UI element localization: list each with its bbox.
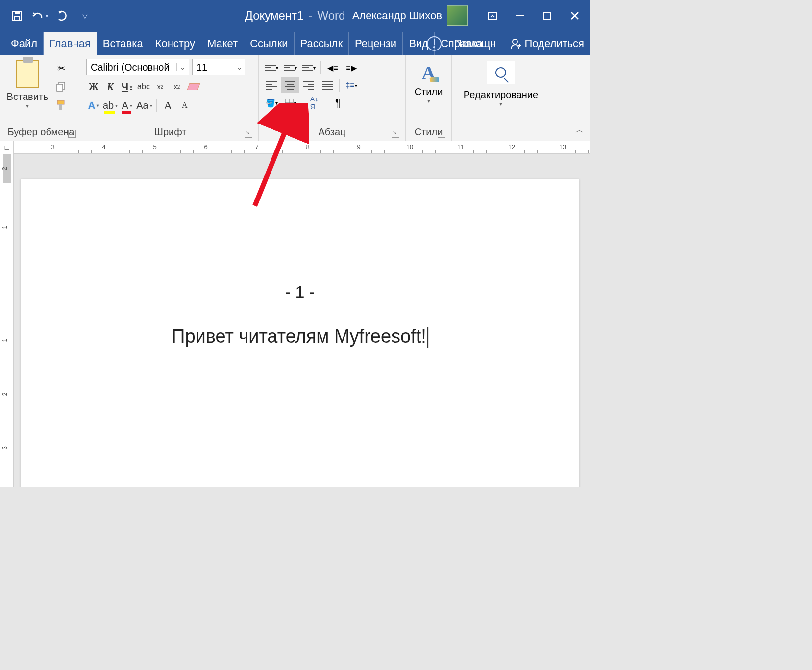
share-button[interactable]: Поделиться xyxy=(509,37,584,50)
svg-point-8 xyxy=(513,39,517,44)
align-center-button[interactable] xyxy=(281,77,299,93)
search-icon xyxy=(495,67,506,78)
font-name-input[interactable] xyxy=(87,62,176,73)
shrink-font-button[interactable]: A xyxy=(177,98,192,113)
eraser-icon xyxy=(187,83,200,90)
page-header-text[interactable]: - 1 - xyxy=(21,179,579,301)
chevron-down-icon: ▾ xyxy=(499,100,502,107)
font-size-input[interactable] xyxy=(193,62,234,73)
format-painter-button[interactable] xyxy=(54,98,69,113)
align-center-icon xyxy=(285,81,295,90)
collapse-ribbon-button[interactable]: ︿ xyxy=(575,124,584,136)
group-styles: A Стили ▾ Стили xyxy=(406,55,452,141)
justify-button[interactable] xyxy=(319,77,336,93)
styles-icon: A xyxy=(422,62,435,83)
svg-rect-2 xyxy=(15,16,20,20)
borders-button[interactable]: ▾ xyxy=(281,95,299,111)
close-icon xyxy=(570,11,580,21)
save-button[interactable] xyxy=(9,7,25,24)
numbering-button[interactable]: ▾ xyxy=(281,60,299,75)
tab-design[interactable]: Констру xyxy=(149,32,201,55)
find-icon-box xyxy=(487,61,515,84)
ribbon-options-icon xyxy=(487,11,498,20)
tab-file[interactable]: Файл xyxy=(0,32,44,55)
minimize-button[interactable] xyxy=(509,6,531,25)
decrease-indent-button[interactable]: ◀≡ xyxy=(324,60,342,75)
text-effects-button[interactable]: A▾ xyxy=(86,98,101,113)
qat-customize-button[interactable]: ▽ xyxy=(76,7,93,24)
group-caption-font: Шрифт xyxy=(86,124,254,141)
chevron-down-icon[interactable]: ⌄ xyxy=(176,63,189,71)
sort-button[interactable]: А↓Я xyxy=(305,95,323,111)
borders-icon xyxy=(284,98,294,108)
tab-home[interactable]: Главная xyxy=(44,32,97,55)
page-body-text[interactable]: Привет читателям Myfreesoft! xyxy=(172,326,428,348)
styles-button[interactable]: A Стили ▾ xyxy=(410,58,447,124)
cut-button[interactable]: ✂ xyxy=(54,61,69,75)
pilcrow-icon: ¶ xyxy=(335,97,341,109)
font-color-button[interactable]: A▾ xyxy=(120,98,134,113)
close-button[interactable] xyxy=(564,6,586,25)
maximize-icon xyxy=(542,11,552,21)
increase-indent-button[interactable]: ≡▶ xyxy=(343,60,360,75)
horizontal-ruler[interactable]: ∟ 345678910111213 xyxy=(0,141,590,154)
editing-button[interactable]: Редактирование ▾ xyxy=(456,58,546,124)
copy-button[interactable] xyxy=(54,79,69,94)
font-size-combo[interactable]: ⌄ xyxy=(192,59,245,75)
show-marks-button[interactable]: ¶ xyxy=(329,95,347,111)
paste-button[interactable]: Вставить ▾ xyxy=(4,58,51,124)
tab-layout[interactable]: Макет xyxy=(201,32,244,55)
dialog-launcher[interactable] xyxy=(438,130,445,138)
group-caption-clipboard: Буфер обмена xyxy=(4,124,78,141)
align-left-icon xyxy=(266,81,277,90)
undo-button[interactable]: ▾ xyxy=(31,7,48,24)
save-icon xyxy=(11,10,23,22)
italic-button[interactable]: К xyxy=(103,79,118,94)
clear-formatting-button[interactable] xyxy=(186,79,201,94)
tab-selector[interactable]: ∟ xyxy=(0,141,14,154)
vertical-ruler[interactable]: 21123 xyxy=(0,154,14,487)
grow-font-button[interactable]: A xyxy=(161,98,175,113)
ribbon-options-button[interactable] xyxy=(481,6,504,25)
redo-button[interactable] xyxy=(54,7,71,24)
svg-rect-12 xyxy=(57,84,63,91)
subscript-button[interactable]: x2 xyxy=(153,79,168,94)
font-name-combo[interactable]: ⌄ xyxy=(86,59,189,75)
tab-mailings[interactable]: Рассылк xyxy=(295,32,349,55)
chevron-down-icon[interactable]: ⌄ xyxy=(234,63,245,71)
align-left-button[interactable] xyxy=(263,77,280,93)
tab-insert[interactable]: Вставка xyxy=(97,32,149,55)
tab-review[interactable]: Рецензи xyxy=(349,32,403,55)
account-area[interactable]: Александр Шихов xyxy=(352,5,468,26)
line-spacing-button[interactable]: ‡≡▾ xyxy=(343,77,360,93)
page[interactable]: - 1 - Привет читателям Myfreesoft! xyxy=(21,179,579,487)
bullets-icon xyxy=(265,65,276,71)
maximize-button[interactable] xyxy=(536,6,559,25)
change-case-button[interactable]: Aa▾ xyxy=(136,98,152,113)
tell-me-icon[interactable] xyxy=(427,36,442,51)
text-cursor xyxy=(427,327,428,348)
bold-button[interactable]: Ж xyxy=(86,79,101,94)
align-right-button[interactable] xyxy=(300,77,318,93)
document-canvas[interactable]: - 1 - Привет читателям Myfreesoft! xyxy=(14,154,590,487)
bullets-button[interactable]: ▾ xyxy=(263,60,280,75)
tab-references[interactable]: Ссылки xyxy=(244,32,294,55)
dialog-launcher[interactable] xyxy=(392,130,399,138)
multilevel-button[interactable]: ▾ xyxy=(300,60,318,75)
paste-icon xyxy=(16,60,39,88)
numbering-icon xyxy=(284,65,295,71)
tell-me-label[interactable]: Помощн xyxy=(454,37,496,50)
sort-icon: А↓Я xyxy=(310,95,318,111)
chevron-up-icon: ︿ xyxy=(575,125,584,135)
share-label: Поделиться xyxy=(525,37,584,50)
dialog-launcher[interactable] xyxy=(68,130,76,138)
chevron-down-icon: ▽ xyxy=(82,12,88,20)
superscript-button[interactable]: x2 xyxy=(170,79,184,94)
dialog-launcher[interactable] xyxy=(245,130,252,138)
strikethrough-button[interactable]: abc xyxy=(136,79,151,94)
highlight-button[interactable]: ab▾ xyxy=(103,98,118,113)
redo-icon xyxy=(56,10,68,22)
shading-button[interactable]: 🪣▾ xyxy=(263,95,280,111)
underline-button[interactable]: Ч▾ xyxy=(120,79,134,94)
svg-rect-14 xyxy=(59,104,62,110)
